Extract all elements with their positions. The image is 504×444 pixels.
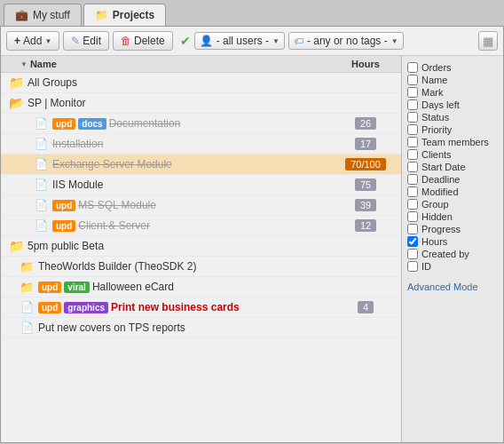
list-item[interactable]: 📂 SP | Monitor <box>1 93 401 114</box>
item-label: Exchange Server Module <box>52 158 330 170</box>
checkbox-hours-label: Hours <box>421 236 447 247</box>
list-item[interactable]: 📄 IIS Module 75 <box>1 175 401 195</box>
tags-dropdown[interactable]: 🏷 - any or no tags - ▼ <box>288 32 404 50</box>
checkbox-mark-input[interactable] <box>407 87 418 98</box>
checkbox-team-members-label: Team members <box>421 137 489 147</box>
list-area[interactable]: ▼ Name Hours 📁 All Groups <box>1 56 401 442</box>
users-dropdown[interactable]: 👤 - all users - ▼ <box>194 32 285 50</box>
checkbox-group-input[interactable] <box>407 199 418 210</box>
checkbox-clients-input[interactable] <box>407 149 418 160</box>
user-icon: 👤 <box>200 35 213 47</box>
hours-header-label: Hours <box>351 59 380 69</box>
checkbox-orders-input[interactable] <box>407 62 418 73</box>
checkbox-hidden[interactable]: Hidden <box>406 210 500 223</box>
tab-projects[interactable]: 📁 Projects <box>83 4 166 26</box>
list-item[interactable]: 📄 upd graphics Print new business cards … <box>1 297 401 318</box>
checkbox-group[interactable]: Group <box>406 198 500 210</box>
list-item[interactable]: 📄 upd Client & Server 12 <box>1 216 401 236</box>
list-item[interactable]: 📄 Put new covers on TPS reports <box>1 318 401 338</box>
checkbox-id-input[interactable] <box>407 261 418 272</box>
doc-icon: 📄 <box>33 156 49 172</box>
checkbox-priority-input[interactable] <box>407 124 418 135</box>
doc-icon: 📄 <box>33 136 49 152</box>
list-item[interactable]: 📁 TheoWorlds Builder (TheoSDK 2) <box>1 257 401 277</box>
item-label: Installation <box>52 138 330 150</box>
add-label: Add <box>23 35 42 47</box>
badge-viral: viral <box>64 281 90 293</box>
checkbox-days-left[interactable]: Days left <box>406 99 500 111</box>
checkbox-modified[interactable]: Modified <box>406 186 500 198</box>
checkbox-status-input[interactable] <box>407 112 418 123</box>
doc-icon: 📄 <box>33 115 49 131</box>
list-item[interactable]: 📁 All Groups <box>1 73 401 93</box>
content-area: ▼ Name Hours 📁 All Groups <box>1 56 503 442</box>
tab-projects-label: Projects <box>113 9 154 21</box>
delete-button[interactable]: 🗑 Delete <box>113 31 173 51</box>
checkbox-start-date[interactable]: Start Date <box>406 161 500 173</box>
item-hours: 4 <box>330 301 401 313</box>
delete-label: Delete <box>134 35 165 47</box>
badge-docs: docs <box>78 118 106 130</box>
checkbox-mark[interactable]: Mark <box>406 86 500 99</box>
edit-button[interactable]: ✎ Edit <box>63 31 109 51</box>
checkbox-created-by[interactable]: Created by <box>406 248 500 260</box>
checkbox-start-date-input[interactable] <box>407 162 418 172</box>
checkbox-id[interactable]: ID <box>406 260 500 273</box>
grid-view-button[interactable]: ▦ <box>478 31 498 51</box>
checkbox-hidden-label: Hidden <box>421 211 453 222</box>
checkbox-orders[interactable]: Orders <box>406 61 500 74</box>
tab-mystuff-label: My stuff <box>33 9 70 21</box>
checkbox-progress-input[interactable] <box>407 224 418 234</box>
checkbox-priority[interactable]: Priority <box>406 123 500 136</box>
badge-upd: upd <box>52 220 75 232</box>
edit-label: Edit <box>83 35 101 47</box>
list-item[interactable]: 📁 5pm public Beta <box>1 236 401 257</box>
list-item[interactable]: 📄 upd docs Documentation 26 <box>1 114 401 134</box>
add-button[interactable]: + Add ▼ <box>6 31 59 51</box>
checkbox-days-left-input[interactable] <box>407 99 418 110</box>
col-name-header: ▼ Name <box>1 59 330 69</box>
checkbox-team-members-input[interactable] <box>407 137 418 147</box>
checkbox-modified-input[interactable] <box>407 186 418 197</box>
item-label: IIS Module <box>52 178 330 191</box>
list-item[interactable]: 📁 upd viral Halloween eCard <box>1 277 401 297</box>
checkbox-start-date-label: Start Date <box>421 162 466 172</box>
checkbox-id-label: ID <box>421 261 431 272</box>
checkbox-deadline-input[interactable] <box>407 174 418 185</box>
checkmark-icon: ✔ <box>180 34 191 48</box>
tab-bar: 💼 My stuff 📁 Projects <box>0 0 504 26</box>
list-item[interactable]: 📄 Installation 17 <box>1 134 401 155</box>
checkbox-status[interactable]: Status <box>406 111 500 123</box>
checkbox-name-input[interactable] <box>407 75 418 85</box>
tags-dropdown-label: - any or no tags - <box>307 35 388 47</box>
item-hours: 75 <box>330 178 401 191</box>
checkbox-clients[interactable]: Clients <box>406 148 500 161</box>
hours-value: 70/100 <box>345 158 386 170</box>
checkbox-created-by-input[interactable] <box>407 249 418 259</box>
badge-graphics: graphics <box>64 302 108 313</box>
checkbox-progress[interactable]: Progress <box>406 223 500 235</box>
checkbox-name[interactable]: Name <box>406 74 500 86</box>
checkbox-hours[interactable]: Hours <box>406 235 500 248</box>
users-dropdown-label: - all users - <box>217 35 269 47</box>
checkbox-deadline[interactable]: Deadline <box>406 173 500 186</box>
doc-icon: 📄 <box>19 320 35 336</box>
hours-value: 26 <box>355 117 376 130</box>
item-hours: 70/100 <box>330 158 401 170</box>
list-item[interactable]: 📄 Exchange Server Module 70/100 <box>1 155 401 175</box>
advanced-mode-link[interactable]: Advanced Mode <box>406 280 500 294</box>
checkbox-hours-input[interactable] <box>407 236 418 247</box>
checkbox-hidden-input[interactable] <box>407 211 418 222</box>
checkbox-progress-label: Progress <box>421 224 461 234</box>
folder-icon: 📁 <box>95 9 108 21</box>
toolbar: + Add ▼ ✎ Edit 🗑 Delete ✔ 👤 - all users … <box>1 27 503 56</box>
item-label: Halloween eCard <box>92 281 330 293</box>
list-item[interactable]: 📄 upd MS SQL Module 39 <box>1 195 401 216</box>
briefcase-icon: 💼 <box>15 9 28 21</box>
checkbox-team-members[interactable]: Team members <box>406 136 500 148</box>
item-hours: 12 <box>330 219 401 232</box>
tab-mystuff[interactable]: 💼 My stuff <box>4 4 82 26</box>
checkbox-days-left-label: Days left <box>421 99 460 110</box>
main-area: + Add ▼ ✎ Edit 🗑 Delete ✔ 👤 - all users … <box>0 26 504 443</box>
tag-icon: 🏷 <box>294 36 303 46</box>
